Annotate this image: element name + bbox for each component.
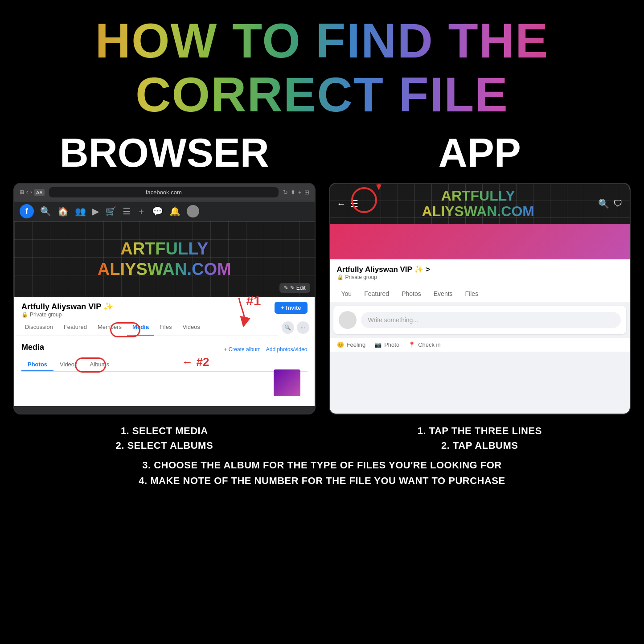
app-avatar	[339, 311, 357, 329]
fb-store-icon[interactable]: 🛒	[105, 206, 116, 217]
app-header-content: ← ☰ ARTFULLYALIYSWAN.COM 🔍 🛡	[337, 188, 623, 219]
main-title-text: HOW TO FIND THE CORRECT FILE	[9, 13, 635, 121]
feeling-label: Feeling	[347, 341, 366, 348]
browser-forward-icon[interactable]: ›	[30, 189, 32, 196]
browser-nav-icons: ↻ ⬆ + ⊞	[283, 189, 309, 196]
browser-tab-discussion[interactable]: Discussion	[20, 319, 58, 336]
tab-more-btn[interactable]: ···	[297, 321, 309, 334]
app-lock-icon: 🔒	[337, 274, 344, 280]
fb-video-icon[interactable]: ▶	[92, 206, 99, 217]
media-row-actions: Media + Create album Add photos/video	[21, 343, 308, 356]
app-step-2: 2. TAP ALBUMS	[329, 438, 631, 453]
fb-avatar[interactable]	[187, 205, 199, 217]
browser-back-icon[interactable]: ‹	[26, 189, 28, 196]
thumb-preview	[274, 369, 300, 396]
app-post-box: Write something...	[333, 306, 627, 334]
edit-button[interactable]: ✎ ✎ Edit	[279, 283, 310, 293]
sub-tab-photos[interactable]: Photos	[21, 358, 53, 371]
fb-logo: f	[20, 204, 34, 218]
browser-aa-icon: AA	[34, 189, 45, 196]
invite-button[interactable]: + Invite	[275, 302, 307, 314]
media-thumb-row	[21, 376, 308, 401]
svg-marker-0	[376, 185, 381, 190]
media-sub-tabs-container: Photos Videos Albums ← #2	[21, 358, 308, 372]
app-tab-photos[interactable]: Photos	[395, 286, 427, 302]
fb-people-icon[interactable]: 👥	[75, 206, 86, 217]
annotation-2-text: ← #2	[181, 355, 209, 369]
app-search-icon[interactable]: 🔍	[598, 198, 609, 209]
photo-label: Photo	[384, 341, 399, 348]
browser-tabs-container: Discussion Featured Members Media Files …	[14, 318, 315, 337]
browser-group-info: Artfully Aliyswan VIP ✨ 🔒 Private group …	[14, 297, 315, 318]
tab-search-btn[interactable]: 🔍	[282, 321, 294, 334]
app-tab-files[interactable]: Files	[459, 286, 485, 302]
tabs-icon[interactable]: ⊞	[304, 189, 309, 196]
browser-private-label: 🔒 Private group	[21, 312, 113, 318]
app-shield-icon[interactable]: 🛡	[614, 199, 623, 209]
fb-search-icon[interactable]: 🔍	[40, 206, 51, 217]
checkin-label: Check in	[418, 341, 441, 348]
browser-group-name: Artfully Aliyswan VIP ✨	[21, 302, 113, 312]
create-album-link[interactable]: + Create album	[224, 346, 260, 353]
lock-icon: 🔒	[21, 312, 28, 318]
browser-tab-files[interactable]: Files	[154, 319, 177, 336]
fb-nav-bar: f 🔍 🏠 👥 ▶ 🛒 ☰ ＋ 💬 🔔	[14, 201, 315, 222]
browser-url[interactable]: facebook.com	[49, 187, 279, 197]
browser-step-1: 1. SELECT MEDIA	[13, 423, 316, 438]
hamburger-arrow	[357, 184, 410, 193]
app-photo-item[interactable]: 📷 Photo	[374, 341, 399, 348]
edit-label: ✎ Edit	[290, 285, 305, 291]
browser-tabs: Discussion Featured Members Media Files …	[16, 319, 278, 336]
browser-hero: ARTFULLYALIYSWAN.COM ✎ ✎ Edit	[14, 222, 315, 297]
browser-tab-videos[interactable]: Videos	[177, 319, 205, 336]
hamburger-icon[interactable]: ☰	[350, 198, 358, 209]
app-private-label: 🔒 Private group	[337, 274, 623, 280]
app-column: APP ← ☰ ARTFULLYALIYSWAN.COM 🔍 🛡	[329, 130, 631, 414]
photo-icon: 📷	[374, 341, 381, 348]
browser-instructions: 1. SELECT MEDIA 2. SELECT ALBUMS	[13, 423, 316, 453]
back-icon[interactable]: ←	[337, 199, 346, 209]
media-action-links: + Create album Add photos/video	[224, 346, 307, 353]
fb-bell-icon[interactable]: 🔔	[169, 206, 180, 217]
add-tab-icon[interactable]: +	[298, 189, 302, 196]
app-tabs: You Featured Photos Events Files	[330, 286, 630, 302]
shared-instructions: 3. CHOOSE THE ALBUM FOR THE TYPE OF FILE…	[0, 457, 644, 497]
media-section: Media + Create album Add photos/video Ph…	[14, 337, 315, 406]
browser-bar-icons: ⊞ ‹ › AA	[20, 189, 45, 196]
tab-icons: 🔍 ···	[278, 318, 313, 337]
browser-column: BROWSER ⊞ ‹ › AA facebook.com ↻ ⬆ + ⊞	[13, 130, 316, 414]
shared-step-4: 4. MAKE NOTE OF THE NUMBER FOR THE FILE …	[13, 473, 631, 488]
app-tab-you[interactable]: You	[335, 286, 358, 302]
app-header-title: ARTFULLYALIYSWAN.COM	[363, 188, 594, 219]
reload-icon[interactable]: ↻	[283, 189, 288, 196]
fb-messenger-icon[interactable]: 💬	[152, 206, 163, 217]
media-sub-tabs: Photos Videos Albums	[21, 358, 308, 372]
sub-tab-videos[interactable]: Videos	[53, 358, 84, 371]
fb-plus-icon[interactable]: ＋	[137, 205, 146, 217]
instructions-section: 1. SELECT MEDIA 2. SELECT ALBUMS 1. TAP …	[0, 414, 644, 457]
app-group-name: Artfully Aliyswan VIP ✨ >	[337, 265, 623, 274]
sub-tab-albums[interactable]: Albums	[84, 358, 115, 371]
browser-squares-icon: ⊞	[20, 189, 24, 196]
fb-menu-icon[interactable]: ☰	[123, 206, 131, 217]
browser-bar: ⊞ ‹ › AA facebook.com ↻ ⬆ + ⊞	[14, 184, 315, 201]
edit-icon: ✎	[284, 285, 288, 291]
columns-container: BROWSER ⊞ ‹ › AA facebook.com ↻ ⬆ + ⊞	[0, 130, 644, 414]
add-photos-link[interactable]: Add photos/video	[266, 346, 308, 353]
app-feeling-item[interactable]: 😊 Feeling	[337, 341, 366, 348]
browser-tab-featured[interactable]: Featured	[58, 319, 92, 336]
share-icon[interactable]: ⬆	[291, 189, 295, 196]
app-cover	[330, 224, 630, 259]
app-tab-featured[interactable]: Featured	[358, 286, 395, 302]
app-tab-events[interactable]: Events	[427, 286, 459, 302]
browser-tab-members[interactable]: Members	[92, 319, 127, 336]
browser-tab-media[interactable]: Media	[127, 319, 154, 336]
browser-hero-text: ARTFULLYALIYSWAN.COM	[98, 239, 231, 279]
browser-label: BROWSER	[13, 130, 316, 176]
app-post-input[interactable]: Write something...	[361, 312, 621, 328]
app-screenshot: ← ☰ ARTFULLYALIYSWAN.COM 🔍 🛡	[329, 183, 631, 414]
fb-home-icon[interactable]: 🏠	[57, 206, 69, 217]
app-step-1: 1. TAP THE THREE LINES	[329, 423, 631, 438]
app-checkin-item[interactable]: 📍 Check in	[408, 341, 441, 348]
checkin-icon: 📍	[408, 341, 415, 348]
